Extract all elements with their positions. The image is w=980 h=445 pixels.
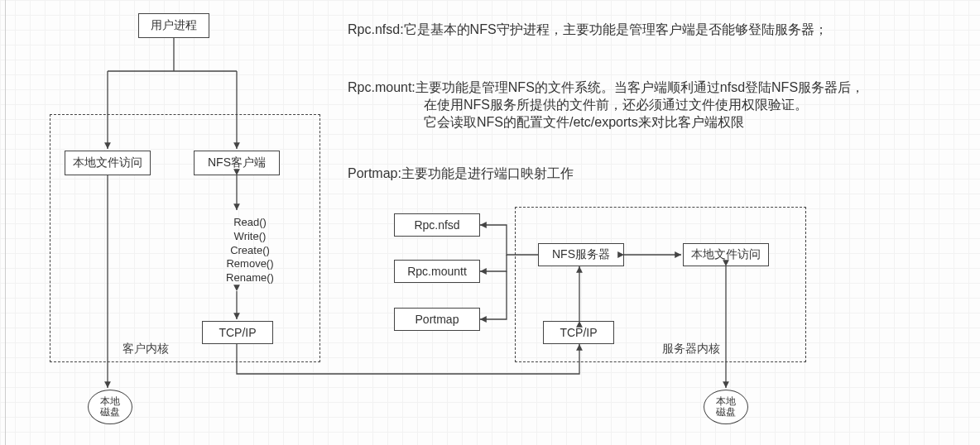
diagram-canvas: Rpc.nfsd:它是基本的NFS守护进程，主要功能是管理客户端是否能够登陆服务… bbox=[0, 0, 980, 445]
arrows-layer bbox=[0, 0, 980, 445]
